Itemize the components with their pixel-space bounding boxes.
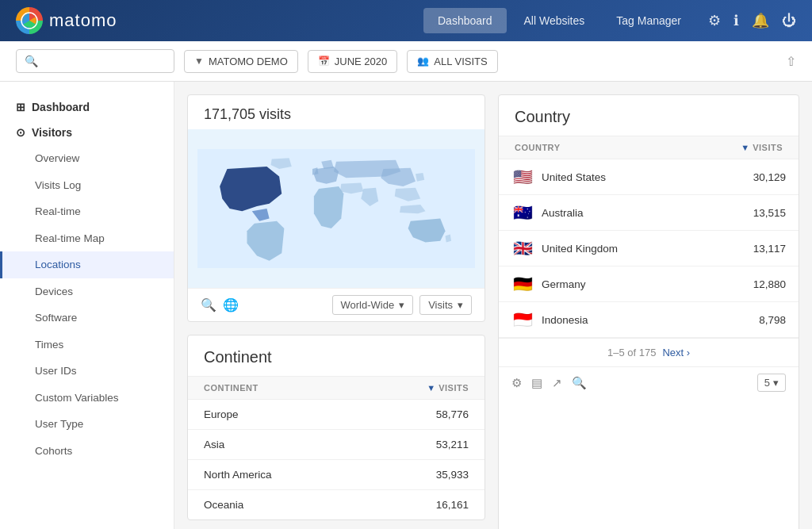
sidebar-item-user-ids[interactable]: User IDs [0,358,174,385]
per-page-value: 5 [764,377,770,389]
country-card: Country COUNTRY ▼ VISITS 🇺🇸 United State… [498,94,799,529]
country-row-de: 🇩🇪 Germany 12,880 [499,266,799,302]
country-col-header: COUNTRY [515,143,560,152]
continent-table-header: CONTINENT ▼ VISITS [188,376,485,400]
sidebar-item-real-time-map[interactable]: Real-time Map [0,225,174,252]
calendar-icon: 📅 [318,56,330,67]
country-visits-au: 13,515 [753,207,786,219]
date-label: JUNE 2020 [335,56,387,67]
region-chevron-icon: ▾ [399,299,404,311]
region-dropdown[interactable]: World-Wide ▾ [332,295,414,315]
nav-all-websites[interactable]: All Websites [510,8,599,33]
sidebar-dashboard-label: Dashboard [32,101,90,113]
sidebar-item-times[interactable]: Times [0,332,174,358]
sub-nav: 🔍 ▼ MATOMO DEMO 📅 JUNE 2020 👥 ALL VISITS… [0,41,812,82]
notifications-icon[interactable]: 🔔 [752,12,769,29]
world-map-svg [197,129,475,288]
continent-card: Continent CONTINENT ▼ VISITS Europe 58,7… [187,335,485,520]
grid-icon: ⊞ [16,101,25,113]
sidebar-item-custom-variables[interactable]: Custom Variables [0,385,174,412]
nav-items: Dashboard All Websites Tag Manager [423,8,695,33]
sidebar-item-software[interactable]: Software [0,305,174,332]
zoom-out-icon[interactable]: 🔍 [201,297,216,312]
flag-de: 🇩🇪 [511,274,534,293]
continent-col-header: CONTINENT [204,383,259,393]
sidebar-item-real-time[interactable]: Real-time [0,198,174,225]
sidebar: ⊞ Dashboard ⊙ Visitors Overview Visits L… [0,82,174,529]
sidebar-item-cohorts[interactable]: Cohorts [0,438,174,465]
map-card: 171,705 visits [187,94,485,322]
flag-us: 🇺🇸 [511,167,534,186]
filter-icon: ▼ [741,143,749,152]
region-dropdown-label: World-Wide [341,299,395,311]
per-page-chevron: ▾ [773,377,779,389]
nav-icons: ⚙ ℹ 🔔 ⏻ [708,12,796,29]
country-row-gb: 🇬🇧 United Kingdom 13,117 [499,231,799,266]
search-action-icon[interactable]: 🔍 [572,376,587,390]
country-title: Country [499,95,799,136]
globe-icon[interactable]: 🌐 [223,297,239,312]
metric-chevron-icon: ▾ [458,299,463,311]
settings-action-icon[interactable]: ⚙ [511,376,522,390]
country-name-gb: United Kingdom [542,243,745,255]
nav-dashboard[interactable]: Dashboard [423,8,507,33]
sidebar-item-locations[interactable]: Locations [0,251,174,278]
segment-label: ALL VISITS [434,56,487,67]
visits-title: 171,705 visits [188,95,485,129]
sidebar-visitors-header[interactable]: ⊙ Visitors [0,120,174,145]
continent-row-asia: Asia 53,211 [188,430,485,460]
logo-area: matomo [16,7,117,34]
flag-au: 🇦🇺 [511,203,534,222]
pagination-next[interactable]: Next › [662,347,690,358]
filter-icon-continent: ▼ [427,383,435,393]
export-action-icon[interactable]: ↗ [552,376,562,390]
top-nav: matomo Dashboard All Websites Tag Manage… [0,0,812,41]
continent-title: Continent [188,335,485,376]
map-controls: 🔍 🌐 World-Wide ▾ Visits ▾ [188,288,485,321]
country-card-actions: ⚙ ▤ ↗ 🔍 5 ▾ [499,366,799,398]
logo-text: matomo [49,10,117,31]
users-icon: 👥 [417,56,429,67]
search-box[interactable]: 🔍 [16,49,174,73]
map-zoom: 🔍 🌐 [201,297,239,312]
flag-gb: 🇬🇧 [511,239,534,258]
collapse-button[interactable]: ⇧ [786,54,796,69]
sidebar-dashboard-header[interactable]: ⊞ Dashboard [0,94,174,120]
country-table-header: COUNTRY ▼ VISITS [499,136,799,159]
country-pagination: 1–5 of 175 Next › [499,338,799,366]
country-row-us: 🇺🇸 United States 30,129 [499,159,799,195]
search-icon: 🔍 [25,55,38,67]
country-row-id: 🇮🇩 Indonesia 8,798 [499,302,799,338]
per-page-selector[interactable]: 5 ▾ [757,374,786,392]
table-action-icon[interactable]: ▤ [531,376,542,390]
map-container [188,129,485,288]
visits-col-header: ▼ VISITS [741,143,783,152]
sidebar-item-user-type[interactable]: User Type [0,411,174,438]
demo-label: MATOMO DEMO [209,56,288,67]
info-icon[interactable]: ℹ [733,12,739,29]
sidebar-item-visits-log[interactable]: Visits Log [0,172,174,199]
segment-selector[interactable]: 👥 ALL VISITS [407,50,497,73]
continent-visits-col-header: ▼ VISITS [427,383,469,393]
continent-row-europe: Europe 58,776 [188,400,485,430]
metric-dropdown-label: Visits [428,299,453,311]
matomo-logo-icon [16,7,43,34]
country-name-us: United States [542,171,745,183]
country-name-au: Australia [542,207,745,219]
flag-id: 🇮🇩 [511,310,534,329]
demo-selector[interactable]: ▼ MATOMO DEMO [184,50,298,73]
logout-icon[interactable]: ⏻ [782,13,796,29]
continent-row-north-america: North America 35,933 [188,460,485,490]
nav-tag-manager[interactable]: Tag Manager [602,8,695,33]
sidebar-item-devices[interactable]: Devices [0,278,174,305]
sidebar-visitors-label: Visitors [32,126,72,139]
metric-dropdown[interactable]: Visits ▾ [419,295,472,315]
date-selector[interactable]: 📅 JUNE 2020 [308,50,397,73]
sidebar-item-overview[interactable]: Overview [0,145,174,172]
country-row-au: 🇦🇺 Australia 13,515 [499,195,799,231]
country-name-id: Indonesia [542,314,751,326]
continent-row-oceania: Oceania 16,161 [188,490,485,519]
settings-icon[interactable]: ⚙ [708,12,721,29]
country-visits-gb: 13,117 [753,243,786,255]
country-name-de: Germany [542,278,745,290]
